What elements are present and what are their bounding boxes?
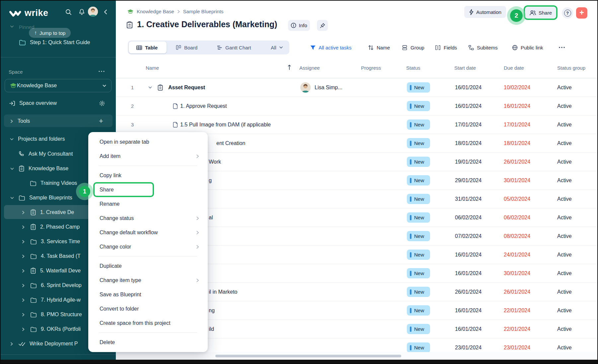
status-badge[interactable]: New — [407, 212, 430, 223]
task-name[interactable]: ent Creation — [216, 134, 245, 152]
menu-item-delete[interactable]: Delete — [88, 335, 208, 349]
task-name[interactable]: g — [209, 171, 212, 189]
menu-item-share[interactable]: Share — [88, 182, 208, 197]
task-name[interactable]: ild — [209, 320, 214, 338]
sort-control[interactable]: Name — [368, 40, 390, 54]
start-date[interactable]: 26/01/2024 — [455, 283, 482, 301]
status-badge[interactable]: New — [407, 82, 430, 93]
view-all-dropdown[interactable]: All — [271, 40, 283, 54]
status-badge[interactable]: New — [407, 305, 430, 316]
breadcrumb-space[interactable]: Knowledge Base — [137, 9, 174, 14]
due-date[interactable]: 18/01/2024 — [504, 134, 530, 152]
space-selector[interactable]: Knowledge Base — [5, 79, 112, 92]
column-header-status[interactable]: Status — [406, 65, 420, 71]
sidebar-item-space-overview[interactable]: Space overview — [1, 96, 116, 110]
help-button[interactable]: ? — [562, 7, 573, 19]
automation-button[interactable]: Automation — [464, 6, 506, 18]
status-badge[interactable]: New — [407, 324, 430, 334]
tab-table[interactable]: Table — [136, 40, 158, 54]
status-badge[interactable]: New — [407, 287, 430, 297]
status-badge[interactable]: New — [407, 101, 430, 111]
status-badge[interactable]: New — [407, 157, 430, 167]
user-avatar[interactable] — [88, 7, 98, 17]
sort-ascending-icon[interactable] — [287, 64, 292, 70]
search-icon[interactable] — [65, 9, 72, 16]
start-date[interactable]: 07/02/2024 — [455, 227, 482, 245]
menu-item-add-item[interactable]: Add item — [88, 149, 208, 163]
menu-item-convert-to-folder[interactable]: Convert to folder — [88, 302, 208, 316]
collapse-sidebar-icon[interactable] — [103, 9, 108, 15]
tab-board[interactable]: Board — [176, 40, 197, 54]
table-row[interactable]: 2 1. Approve Request New 16/01/2024 16/0… — [116, 97, 597, 115]
task-name[interactable]: Work — [209, 153, 221, 171]
group-control[interactable]: Group — [402, 40, 424, 54]
add-tool-plus-icon[interactable]: + — [99, 117, 103, 125]
column-header-name[interactable]: Name — [146, 65, 159, 71]
public-link-control[interactable]: Public link — [512, 40, 543, 54]
due-date[interactable]: 10/02/2024 — [504, 78, 530, 97]
due-date[interactable]: 23/01/2024 — [504, 338, 530, 352]
status-badge[interactable]: New — [407, 231, 430, 241]
status-badge[interactable]: New — [407, 342, 430, 352]
menu-item-create-space-from-project[interactable]: Create space from this project — [88, 316, 208, 330]
start-date[interactable]: 16/01/2024 — [455, 320, 482, 338]
sidebar-item-tools[interactable]: Tools + — [1, 114, 116, 128]
column-header-due-date[interactable]: Due date — [504, 65, 524, 71]
start-date[interactable]: 17/01/2024 — [455, 115, 482, 134]
sidebar-item-quick-start-guide[interactable]: Step 1: Quick Start Guide — [1, 35, 116, 50]
task-name[interactable]: il in Marketo — [209, 283, 237, 301]
task-name[interactable]: ng — [209, 301, 215, 320]
due-date[interactable]: 06/02/2024 — [504, 208, 530, 227]
due-date[interactable]: 22/01/2024 — [504, 320, 530, 338]
menu-item-duplicate[interactable]: Duplicate — [88, 259, 208, 273]
start-date[interactable]: 06/02/2024 — [455, 208, 482, 227]
task-name[interactable]: al — [209, 208, 213, 227]
horizontal-scrollbar[interactable] — [116, 352, 597, 360]
start-date[interactable]: 18/01/2024 — [455, 134, 482, 152]
column-header-start-date[interactable]: Start date — [454, 65, 476, 71]
start-date[interactable]: 23/01/2024 — [455, 338, 482, 352]
table-row[interactable]: 3 1.5 Pull Image from DAM (if applicable… — [116, 115, 597, 134]
menu-item-change-color[interactable]: Change color — [88, 240, 208, 254]
menu-item-open-in-separate-tab[interactable]: Open in separate tab — [88, 135, 208, 149]
status-badge[interactable]: New — [407, 138, 430, 148]
column-header-assignee[interactable]: Assignee — [299, 65, 320, 71]
breadcrumb-folder[interactable]: Sample Blueprints — [183, 9, 224, 14]
due-date[interactable]: 26/01/2024 — [504, 283, 530, 301]
start-date[interactable]: 16/01/2024 — [455, 246, 482, 264]
start-date[interactable]: 16/01/2024 — [455, 264, 482, 282]
due-date[interactable]: 16/01/2024 — [504, 97, 530, 115]
due-date[interactable]: 30/01/2024 — [504, 171, 530, 189]
chevron-down-icon[interactable] — [148, 78, 152, 97]
due-date[interactable]: 26/01/2024 — [504, 153, 530, 171]
pin-button[interactable] — [317, 20, 328, 31]
assignee-avatar[interactable] — [300, 82, 311, 93]
gear-icon[interactable] — [99, 100, 105, 107]
due-date[interactable]: 24/01/2024 — [504, 246, 530, 264]
start-date[interactable]: 16/01/2024 — [455, 97, 482, 115]
tab-gantt-chart[interactable]: Gantt Chart — [216, 40, 251, 54]
status-badge[interactable]: New — [407, 194, 430, 204]
share-button[interactable]: Share — [524, 5, 558, 20]
more-options-icon[interactable] — [558, 40, 565, 54]
menu-item-change-item-type[interactable]: Change item type — [88, 273, 208, 287]
table-row[interactable]: 1 Asset Request Lisa Simp... New 16/01/2… — [116, 78, 597, 97]
subitems-control[interactable]: Subitems — [468, 40, 498, 54]
due-date[interactable]: 08/02/2024 — [504, 227, 530, 245]
status-badge[interactable]: New — [407, 119, 430, 130]
task-name[interactable]: Asset Request — [168, 78, 205, 97]
due-date[interactable]: 05/02/2024 — [504, 190, 530, 208]
scrollbar-thumb[interactable] — [215, 355, 401, 357]
start-date[interactable]: 16/01/2024 — [455, 301, 482, 320]
menu-item-rename[interactable]: Rename — [88, 197, 208, 211]
status-badge[interactable]: New — [407, 250, 430, 260]
menu-item-save-as-blueprint[interactable]: Save as Blueprint — [88, 287, 208, 302]
due-date[interactable]: 17/01/2024 — [504, 115, 530, 134]
column-header-progress[interactable]: Progress — [361, 65, 381, 71]
column-header-status-group[interactable]: Status group — [557, 65, 585, 71]
start-date[interactable]: 19/01/2024 — [455, 153, 482, 171]
task-name[interactable]: 1.5 Pull Image from DAM (if applicable — [180, 115, 271, 134]
start-date[interactable]: 29/01/2024 — [455, 171, 482, 189]
space-more-icon[interactable] — [98, 69, 105, 74]
due-date[interactable]: 30/01/2024 — [504, 264, 530, 282]
